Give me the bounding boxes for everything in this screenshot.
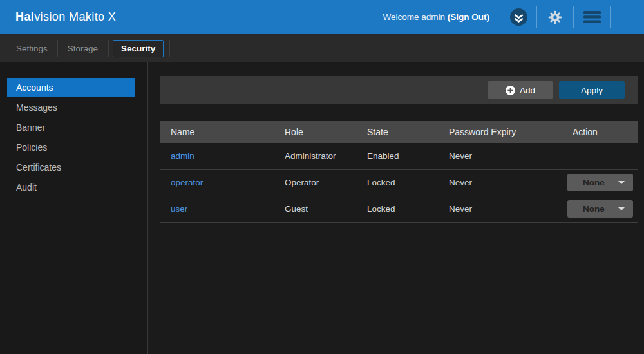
account-link-operator[interactable]: operator [171,178,203,187]
tab-divider [169,40,170,57]
state-cell: Locked [367,196,449,222]
brand-rest: vision Makito X [34,10,116,23]
column-header-name: Name [160,121,285,143]
role-cell: Operator [285,169,367,196]
main-panel: Add Apply Name Role State Password Expir… [148,62,644,354]
add-button[interactable]: Add [488,81,553,99]
add-button-label: Add [520,86,535,95]
table-row-user: user Guest Locked Never None [160,196,638,222]
menu-button[interactable] [574,0,610,34]
status-button[interactable] [500,0,536,34]
action-dropdown[interactable]: None [567,200,633,218]
column-header-role: Role [285,121,367,143]
action-cell: None [573,169,638,196]
sidebar-item-banner[interactable]: Banner [7,118,135,137]
account-link-admin[interactable]: admin [171,151,194,161]
welcome-prefix: Welcome admin [383,12,447,22]
tab-bar: Settings Storage Security [0,34,644,62]
password-expiry-cell: Never [449,169,573,196]
column-header-password-expiry: Password Expiry [449,121,573,143]
caret-down-icon [618,181,625,184]
sidebar-item-policies[interactable]: Policies [7,138,135,157]
gear-icon [547,10,563,25]
brand-bold: Hai [15,10,34,23]
account-link-user[interactable]: user [171,204,187,214]
plus-circle-icon [506,86,515,95]
tab-security[interactable]: Security [113,40,164,57]
state-cell: Locked [367,169,449,196]
table-header-row: Name Role State Password Expiry Action [160,121,638,143]
action-cell-empty [573,143,638,169]
password-expiry-cell: Never [449,143,573,169]
hamburger-menu-icon [583,11,601,23]
password-expiry-cell: Never [449,196,573,222]
haivision-logo: Haivision Makito X [15,10,116,24]
sign-out-link[interactable]: (Sign Out) [448,12,489,22]
chevron-waves-circle-icon [510,8,527,26]
action-cell: None [573,196,638,222]
settings-gear-button[interactable] [537,0,573,34]
apply-button[interactable]: Apply [559,81,625,99]
apply-button-label: Apply [581,86,603,95]
topbar-right-cluster: Welcome admin (Sign Out) [383,0,644,34]
state-cell: Enabled [367,143,449,169]
accounts-table: Name Role State Password Expiry Action a… [160,121,638,223]
role-cell: Administrator [285,143,367,169]
content-area: Accounts Messages Banner Policies Certif… [0,62,644,354]
sidebar: Accounts Messages Banner Policies Certif… [0,62,148,354]
column-header-state: State [367,121,449,143]
action-dropdown-value: None [583,204,605,214]
tab-settings[interactable]: Settings [16,44,57,53]
role-cell: Guest [285,196,367,222]
action-dropdown[interactable]: None [567,174,633,191]
sidebar-item-certificates[interactable]: Certificates [7,158,135,177]
column-header-action: Action [573,121,638,143]
table-row-admin: admin Administrator Enabled Never [160,143,638,169]
sidebar-item-messages[interactable]: Messages [7,98,135,117]
topbar-spacer [611,0,644,34]
tab-storage[interactable]: Storage [58,44,108,53]
sidebar-item-accounts[interactable]: Accounts [7,78,135,97]
tab-divider [108,40,109,57]
caret-down-icon [618,207,625,210]
sidebar-item-audit[interactable]: Audit [7,178,135,197]
accounts-toolbar: Add Apply [160,76,638,104]
top-bar: Haivision Makito X Welcome admin (Sign O… [0,0,644,34]
action-dropdown-value: None [583,178,605,187]
table-row-operator: operator Operator Locked Never None [160,169,638,196]
welcome-text: Welcome admin (Sign Out) [383,12,500,22]
